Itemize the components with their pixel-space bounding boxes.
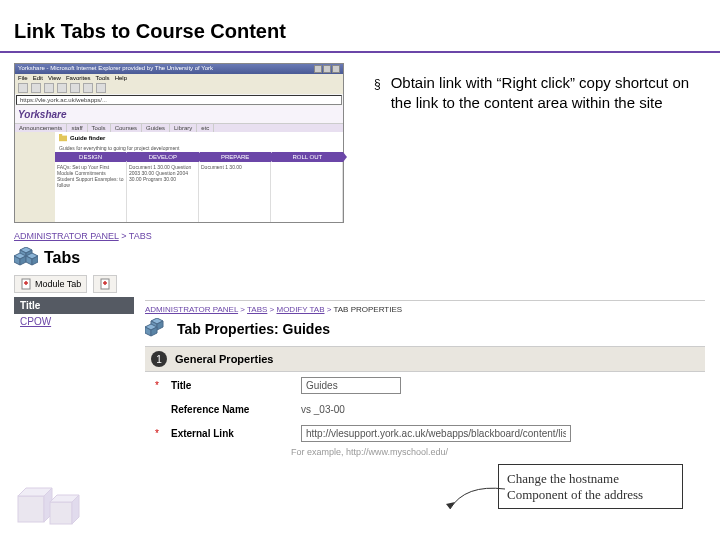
site-tabs: Announcements staff Tools Courses Guides…	[15, 124, 343, 132]
props-title: Tab Properties: Guides	[177, 321, 330, 337]
required-marker: *	[155, 428, 161, 439]
svg-rect-0	[59, 136, 67, 142]
phase-rollout[interactable]: ROLL OUT	[272, 152, 343, 162]
bullet-text: Obtain link with “Right click” copy shor…	[391, 73, 706, 114]
bullet-marker: §	[374, 73, 381, 114]
browser-toolbar	[15, 82, 343, 94]
svg-rect-24	[18, 496, 44, 522]
props-breadcrumb: ADMINISTRATOR PANEL > TABS > MODIFY TAB …	[145, 301, 705, 318]
section-title: General Properties	[175, 353, 273, 365]
tabs-icon	[14, 247, 38, 269]
slide-title: Link Tabs to Course Content	[0, 0, 720, 53]
table-row[interactable]: CPOW	[14, 314, 134, 329]
brand-logo: Yorkshare	[18, 109, 340, 120]
favorites-icon[interactable]	[96, 83, 106, 93]
phase-design[interactable]: DESIGN	[55, 152, 126, 162]
max-icon[interactable]	[323, 65, 331, 73]
module-tab-button[interactable]: Module Tab	[14, 275, 87, 293]
step-1-icon: 1	[151, 351, 167, 367]
phase-develop[interactable]: DEVELOP	[127, 152, 198, 162]
phase-prepare[interactable]: PREPARE	[200, 152, 271, 162]
tabs-table: Title CPOW	[14, 297, 134, 329]
address-bar[interactable]: https://vle.york.ac.uk/webapps/...	[16, 95, 342, 105]
col-title: Title	[14, 297, 134, 314]
browser-menubar: File Edit View Favorites Tools Help	[15, 74, 343, 82]
guide-finder-title: Guide finder	[70, 135, 105, 141]
guide-finder-sub: Guides for everything to going for proje…	[55, 144, 343, 152]
sidebar-mock	[15, 132, 55, 222]
plus-doc-icon	[99, 278, 111, 290]
svg-rect-1	[59, 134, 62, 136]
title-label: Title	[171, 380, 291, 391]
search-icon[interactable]	[83, 83, 93, 93]
stop-icon[interactable]	[44, 83, 54, 93]
svg-marker-23	[446, 502, 455, 509]
required-marker: *	[155, 380, 161, 391]
tabs-page-title: Tabs	[44, 249, 80, 267]
close-icon[interactable]	[332, 65, 340, 73]
refname-label: Reference Name	[171, 404, 291, 415]
tab-properties-panel: ADMINISTRATOR PANEL > TABS > MODIFY TAB …	[145, 300, 705, 457]
bullet-item: § Obtain link with “Right click” copy sh…	[374, 73, 706, 114]
breadcrumb-root[interactable]: ADMINISTRATOR PANEL	[14, 231, 119, 241]
example-text: For example, http://www.myschool.edu/	[145, 447, 705, 457]
callout-annotation: Change the hostname Component of the add…	[498, 464, 683, 509]
folder-icon	[59, 134, 67, 142]
breadcrumb-leaf: TABS	[129, 231, 152, 241]
breadcrumb: ADMINISTRATOR PANEL > TABS	[14, 229, 344, 247]
refname-value: vs _03-00	[301, 404, 345, 415]
extlink-label: External Link	[171, 428, 291, 439]
refresh-icon[interactable]	[57, 83, 67, 93]
callout-arrow-icon	[445, 484, 505, 514]
browser-window: Yorkshare - Microsoft Internet Explorer …	[14, 63, 344, 223]
props-icon	[145, 318, 169, 340]
window-title: Yorkshare - Microsoft Internet Explorer …	[18, 65, 213, 73]
footer-logo-icon	[10, 482, 90, 532]
svg-rect-27	[50, 502, 72, 524]
extlink-input[interactable]	[301, 425, 571, 442]
min-icon[interactable]	[314, 65, 322, 73]
title-input[interactable]	[301, 377, 401, 394]
other-tab-button[interactable]	[93, 275, 117, 293]
plus-doc-icon	[20, 278, 32, 290]
forward-icon[interactable]	[31, 83, 41, 93]
home-icon[interactable]	[70, 83, 80, 93]
back-icon[interactable]	[18, 83, 28, 93]
